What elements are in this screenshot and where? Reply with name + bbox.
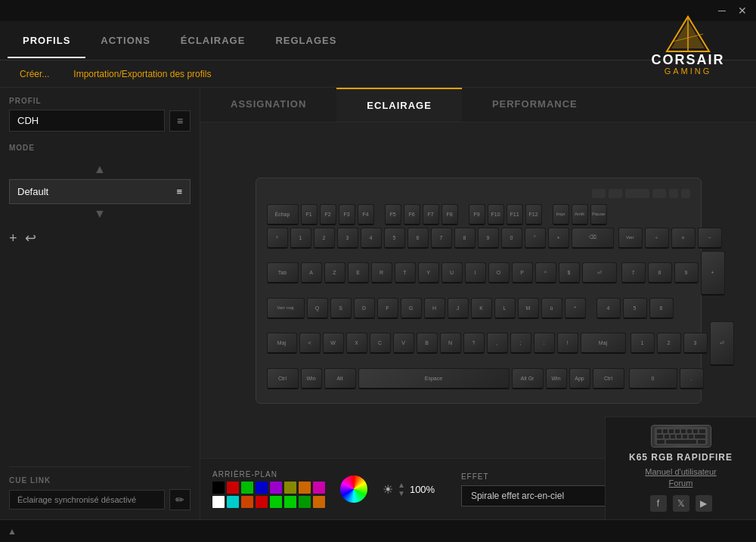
swatch-green[interactable]	[241, 482, 253, 494]
key-num-mul[interactable]: ×	[671, 228, 696, 249]
key-num-7[interactable]: 7	[621, 262, 646, 283]
key-n[interactable]: N	[440, 333, 461, 354]
key-backslash[interactable]: !	[557, 333, 578, 354]
nav-tab-eclairage[interactable]: ÉCLAIRAGE	[166, 23, 261, 58]
key-4[interactable]: 4	[361, 228, 382, 249]
key-r[interactable]: R	[371, 262, 392, 283]
key-9[interactable]: 9	[478, 228, 499, 249]
key-8[interactable]: 8	[454, 228, 476, 249]
key-f5[interactable]: F5	[385, 204, 401, 225]
key-f1[interactable]: F1	[301, 204, 318, 225]
key-num-0[interactable]: 0	[629, 368, 677, 389]
key-backspace[interactable]: ⌫	[572, 228, 614, 249]
key-y[interactable]: Y	[418, 262, 439, 283]
mode-default-item[interactable]: Default ≡	[9, 179, 191, 204]
key-num-8[interactable]: 8	[648, 262, 672, 283]
swatch-red[interactable]	[227, 482, 239, 494]
color-wheel[interactable]	[340, 475, 367, 503]
mode-up-arrow[interactable]: ▲	[9, 163, 191, 176]
key-num-1[interactable]: 1	[631, 333, 655, 354]
key-0[interactable]: 0	[501, 228, 522, 249]
key-alt-l[interactable]: Alt	[324, 368, 356, 389]
key-bracket-r[interactable]: $	[559, 262, 580, 283]
swatch-cyan[interactable]	[227, 496, 239, 508]
manual-link[interactable]: Manuel d'utilisateur	[645, 467, 716, 476]
youtube-icon[interactable]: ▶	[696, 495, 712, 512]
swatch-blue[interactable]	[256, 482, 268, 494]
key-num-3[interactable]: 3	[683, 333, 708, 354]
key-f2[interactable]: F2	[320, 204, 336, 225]
mode-down-arrow[interactable]: ▼	[9, 207, 191, 221]
swatch-white[interactable]	[212, 496, 225, 508]
key-5[interactable]: 5	[384, 228, 405, 249]
key-minus[interactable]: °	[525, 228, 546, 249]
swatch-darkred[interactable]	[256, 496, 268, 508]
profile-menu-button[interactable]: ≡	[169, 110, 191, 132]
key-g[interactable]: G	[401, 298, 422, 319]
key-o[interactable]: O	[488, 262, 510, 283]
key-shift-r[interactable]: Maj	[581, 333, 626, 354]
key-period[interactable]: ;	[510, 333, 531, 354]
key-caps-lock[interactable]: Verr maj	[267, 298, 305, 319]
brightness-up-arrow[interactable]: ▲	[398, 482, 405, 489]
nav-tab-profils[interactable]: PROFILS	[8, 23, 85, 58]
key-print-screen[interactable]: Impr	[553, 204, 569, 225]
key-num-6[interactable]: 6	[649, 298, 674, 319]
rename-mode-button[interactable]: ↩	[25, 230, 36, 246]
key-num-plus[interactable]: +	[701, 251, 725, 296]
footer-arrow[interactable]: ▲	[8, 526, 17, 537]
key-3[interactable]: 3	[337, 228, 358, 249]
key-enter[interactable]: ⏎	[582, 262, 617, 283]
key-space[interactable]: Espace	[358, 368, 510, 389]
forum-link[interactable]: Forum	[669, 479, 693, 488]
key-u[interactable]: U	[442, 262, 463, 283]
key-f7[interactable]: F7	[423, 204, 439, 225]
key-pause[interactable]: Pause	[590, 204, 607, 225]
swatch-pink[interactable]	[313, 482, 325, 494]
key-slash[interactable]: :	[534, 333, 555, 354]
key-num-minus[interactable]: −	[698, 228, 722, 249]
key-s[interactable]: S	[330, 298, 352, 319]
key-num-enter[interactable]: ⏎	[710, 321, 734, 366]
key-comma[interactable]: ,	[487, 333, 508, 354]
key-ctrl-l[interactable]: Ctrl	[267, 368, 299, 389]
key-esc[interactable]: Échap	[267, 204, 299, 225]
sub-nav-creer[interactable]: Créer...	[8, 63, 61, 85]
key-f6[interactable]: F6	[404, 204, 420, 225]
key-f3[interactable]: F3	[339, 204, 355, 225]
key-f11[interactable]: F11	[507, 204, 523, 225]
swatch-black[interactable]	[212, 482, 225, 494]
key-f12[interactable]: F12	[525, 204, 542, 225]
key-scroll-lock[interactable]: Arrêt	[572, 204, 588, 225]
key-t[interactable]: T	[395, 262, 416, 283]
add-mode-button[interactable]: +	[9, 230, 17, 246]
effect-select[interactable]: Spirale effet arc-en-ciel Statique Clign…	[461, 485, 612, 506]
key-f9[interactable]: F9	[469, 204, 485, 225]
key-a[interactable]: A	[301, 262, 322, 283]
brightness-down-arrow[interactable]: ▼	[398, 490, 405, 497]
key-num-4[interactable]: 4	[596, 298, 621, 319]
key-win-l[interactable]: Win	[301, 368, 322, 389]
key-p[interactable]: P	[512, 262, 533, 283]
swatch-yellow[interactable]	[284, 482, 296, 494]
key-v[interactable]: V	[393, 333, 414, 354]
twitter-icon[interactable]: 𝕏	[673, 495, 689, 512]
key-alt-gr[interactable]: Alt Gr	[512, 368, 544, 389]
nav-tab-actions[interactable]: ACTIONS	[85, 23, 166, 58]
swatch-lime[interactable]	[270, 496, 282, 508]
swatch-lime2[interactable]	[284, 496, 296, 508]
key-e[interactable]: E	[348, 262, 369, 283]
key-m[interactable]: M	[518, 298, 539, 319]
key-quote[interactable]: *	[565, 298, 586, 319]
swatch-amber[interactable]	[313, 496, 325, 508]
key-f10[interactable]: F10	[488, 204, 504, 225]
sub-nav-import-export[interactable]: Importation/Exportation des profils	[61, 63, 223, 85]
swatch-purple[interactable]	[270, 482, 282, 494]
key-app[interactable]: App	[569, 368, 590, 389]
key-z[interactable]: Z	[324, 262, 345, 283]
key-d[interactable]: D	[354, 298, 375, 319]
key-num-5[interactable]: 5	[623, 298, 647, 319]
key-num-lock[interactable]: Verr	[618, 228, 643, 249]
key-num-dot[interactable]: .	[680, 368, 704, 389]
key-bracket-l[interactable]: ^	[535, 262, 556, 283]
